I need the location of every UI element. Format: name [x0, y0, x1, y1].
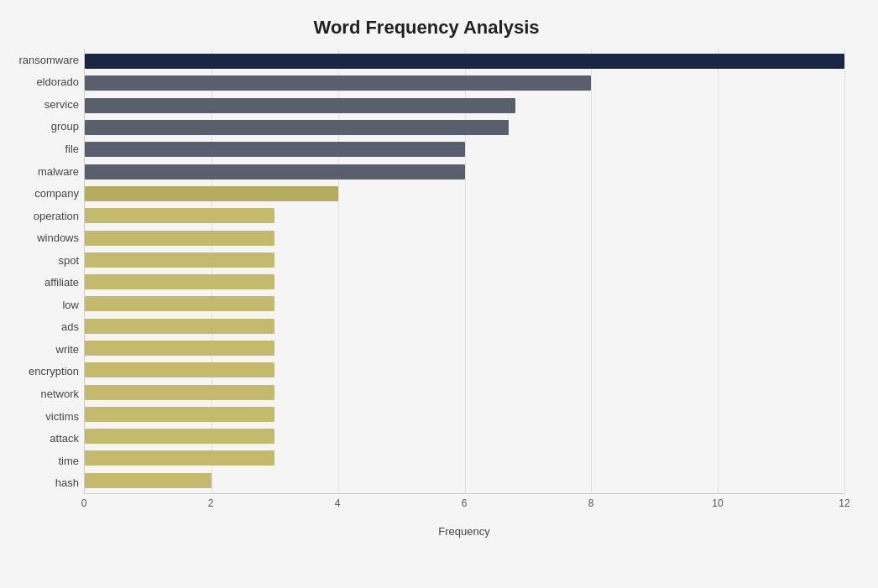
bar [85, 186, 338, 201]
bar [85, 407, 274, 422]
y-label: eldorado [36, 71, 84, 93]
bar [85, 341, 274, 356]
bar-row [85, 273, 844, 291]
bar [85, 429, 274, 444]
y-label: file [65, 138, 84, 159]
y-label: network [40, 382, 84, 404]
y-label: windows [37, 227, 84, 249]
y-label: affiliate [44, 272, 84, 294]
x-tick: 6 [462, 497, 468, 509]
bar-row [85, 140, 844, 159]
bar-row [85, 427, 844, 445]
bar-row [85, 52, 844, 70]
bar-row [85, 118, 844, 137]
bar-row [85, 317, 844, 336]
y-label: hash [55, 472, 84, 494]
bar [85, 142, 465, 157]
y-label: encryption [29, 361, 84, 382]
x-tick: 4 [335, 497, 341, 509]
y-label: ads [61, 316, 84, 338]
y-label: attack [50, 428, 84, 450]
bar [85, 450, 274, 466]
bar [85, 362, 274, 377]
bar-row [85, 251, 844, 269]
x-tick: 2 [208, 497, 214, 509]
bar-row [85, 361, 844, 379]
grid-line [844, 49, 845, 493]
y-axis: ransomwareeldoradoservicegroupfilemalwar… [8, 49, 84, 519]
y-label: malware [38, 160, 84, 182]
y-label: service [44, 93, 84, 115]
bar [85, 231, 274, 246]
bar [85, 164, 465, 180]
x-tick: 10 [712, 497, 723, 509]
y-label: victims [45, 405, 84, 427]
x-tick: 8 [588, 497, 594, 509]
y-label: company [34, 183, 84, 205]
bar [85, 385, 274, 400]
y-label: ransomware [18, 49, 84, 70]
bar [85, 319, 274, 334]
bar [85, 473, 212, 488]
bar-row [85, 383, 844, 402]
bar-row [85, 339, 844, 357]
y-label: operation [34, 205, 84, 226]
bar-row [85, 96, 844, 115]
y-label: spot [58, 249, 84, 271]
x-tick: 0 [81, 497, 87, 509]
x-axis-label: Frequency [438, 525, 489, 538]
bar-row [85, 471, 844, 490]
y-label: write [56, 338, 84, 360]
bar-row [85, 449, 844, 467]
y-label: low [62, 294, 84, 315]
bar [85, 296, 274, 311]
chart-area: ransomwareeldoradoservicegroupfilemalwar… [8, 49, 844, 519]
x-tick: 12 [839, 497, 849, 509]
bar-row [85, 163, 844, 181]
chart-title: Word Frequency Analysis [8, 17, 844, 39]
bar-row [85, 294, 844, 313]
chart-container: Word Frequency Analysis ransomwareeldora… [0, 0, 878, 588]
x-axis: Frequency 024681012 [84, 494, 844, 519]
y-label: time [58, 450, 84, 471]
bar-row [85, 74, 844, 92]
y-label: group [51, 116, 84, 138]
bars-wrapper [85, 49, 844, 493]
bar [85, 75, 591, 91]
plot-area: Frequency 024681012 [84, 49, 844, 519]
bars-region [84, 49, 844, 494]
bar [85, 252, 274, 268]
bar [85, 98, 515, 113]
bar [85, 274, 274, 289]
bar-row [85, 229, 844, 247]
bar-row [85, 405, 844, 424]
bar [85, 54, 844, 69]
bar-row [85, 185, 844, 203]
bar [85, 208, 274, 223]
bar [85, 120, 509, 135]
bar-row [85, 206, 844, 225]
